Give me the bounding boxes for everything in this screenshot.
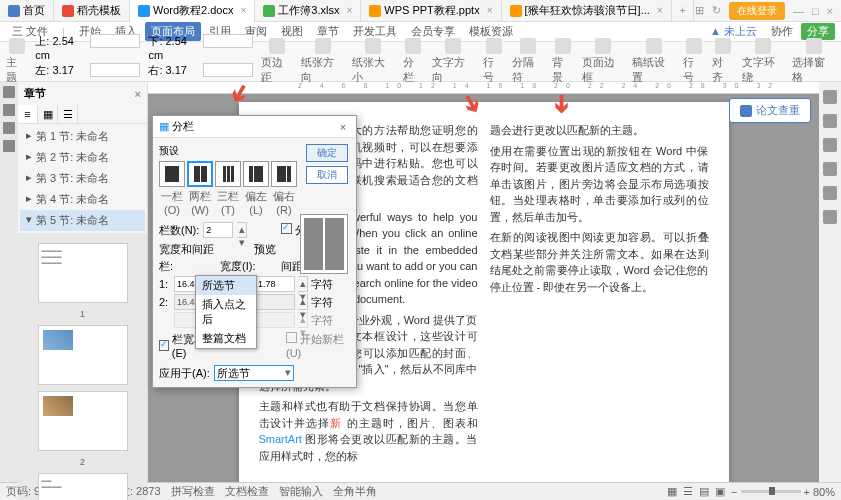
view-web-icon[interactable]: ▤	[699, 485, 709, 498]
view-print-icon[interactable]: ▦	[667, 485, 677, 498]
nav-item-selected[interactable]: ▾第 5 节: 未命名	[20, 210, 145, 231]
dropdown-item[interactable]: 整篇文档	[196, 329, 256, 348]
doc-tab-word[interactable]: Word教程2.docx×	[130, 0, 255, 22]
maximize-icon[interactable]: □	[812, 5, 819, 17]
search-icon[interactable]	[3, 140, 15, 152]
theme-icon[interactable]	[9, 38, 25, 54]
border-icon[interactable]	[595, 38, 611, 54]
page-thumb[interactable]: ▬▬▬▬▬▬	[38, 473, 128, 500]
startnew-checkbox	[286, 332, 297, 343]
margin-bottom-input[interactable]	[203, 34, 253, 48]
preview	[300, 214, 348, 274]
bookmark-icon[interactable]	[3, 122, 15, 134]
ppt-icon	[369, 5, 381, 17]
nav-item[interactable]: ▸第 1 节: 未命名	[20, 126, 145, 147]
preset-left[interactable]	[243, 161, 269, 187]
cancel-button[interactable]: 取消	[306, 166, 348, 184]
essay-check-button[interactable]: 论文查重	[729, 98, 811, 123]
apply-dropdown: 所选节 插入点之后 整篇文档	[195, 275, 257, 349]
align-icon[interactable]	[715, 38, 731, 54]
template-tab[interactable]: 稻壳模板	[54, 0, 130, 22]
fullwidth-status[interactable]: 全角半角	[333, 484, 377, 499]
grid-icon[interactable]: ⊞	[695, 4, 704, 17]
paper-icon[interactable]	[646, 38, 662, 54]
page-thumb[interactable]: ▬▬▬▬▬▬▬▬▬▬▬▬	[38, 243, 128, 303]
cols-spinner[interactable]: ▴▾	[237, 222, 247, 238]
cols-input[interactable]	[203, 222, 233, 238]
size-icon[interactable]	[365, 38, 381, 54]
nav-item[interactable]: ▸第 2 节: 未命名	[20, 147, 145, 168]
home-tab[interactable]: 首页	[0, 0, 54, 22]
preset-right[interactable]	[271, 161, 297, 187]
margin-right-input[interactable]	[203, 63, 253, 77]
select-icon[interactable]	[823, 138, 837, 152]
arrow-annotation: ➔	[548, 94, 576, 114]
spell-check[interactable]: 拼写检查	[171, 484, 215, 499]
preset-three[interactable]	[215, 161, 241, 187]
word-icon	[138, 5, 150, 17]
doc-icon[interactable]	[3, 104, 15, 116]
margins-icon[interactable]	[269, 38, 285, 54]
close-icon[interactable]: ×	[346, 5, 352, 16]
close-icon[interactable]: ×	[487, 5, 493, 16]
input-status[interactable]: 智能输入	[279, 484, 323, 499]
navpanel-close-icon[interactable]: ×	[135, 88, 141, 100]
dropdown-item[interactable]: 所选节	[196, 276, 256, 295]
dropdown-item[interactable]: 插入点之后	[196, 295, 256, 329]
nav-tab-thumb[interactable]: ▦	[38, 105, 58, 123]
textdir-icon[interactable]	[445, 38, 461, 54]
nav-item[interactable]: ▸第 4 节: 未命名	[20, 189, 145, 210]
new-tab[interactable]: +	[672, 0, 695, 22]
margin-left-input[interactable]	[90, 63, 140, 77]
nav-item[interactable]: ▸第 3 节: 未命名	[20, 168, 145, 189]
view-outline-icon[interactable]: ☰	[683, 485, 693, 498]
doc-tab-other[interactable]: [猴年狂欢惊涛骇浪节日]...×	[502, 0, 672, 22]
close-icon[interactable]: ×	[241, 5, 247, 16]
sync-icon[interactable]: ↻	[712, 4, 721, 17]
preset-one[interactable]	[159, 161, 185, 187]
zoom-in[interactable]: +	[804, 486, 810, 498]
arrow-icon[interactable]	[3, 86, 15, 98]
orientation-icon[interactable]	[315, 38, 331, 54]
window-close-icon[interactable]: ×	[827, 5, 833, 17]
ok-button[interactable]: 确定	[306, 144, 348, 162]
linenum-icon[interactable]	[486, 38, 502, 54]
preset-two[interactable]	[187, 161, 213, 187]
separator-checkbox[interactable]	[281, 223, 292, 234]
style-icon[interactable]	[823, 114, 837, 128]
template-icon	[62, 5, 74, 17]
dialog-close-icon[interactable]: ×	[336, 120, 350, 134]
page-thumb[interactable]	[38, 391, 128, 451]
format-icon[interactable]	[823, 90, 837, 104]
ppt-icon	[510, 5, 522, 17]
limit-icon[interactable]	[823, 162, 837, 176]
user-login[interactable]: 在线登录	[729, 2, 785, 20]
margin-top-input[interactable]	[90, 34, 140, 48]
zoom-out[interactable]: −	[731, 486, 737, 498]
select-icon[interactable]	[806, 38, 822, 54]
equal-width-checkbox[interactable]	[159, 340, 169, 351]
linenum2-icon[interactable]	[686, 38, 702, 54]
page-thumb[interactable]	[38, 325, 128, 385]
spacing1-input[interactable]	[255, 276, 295, 292]
doc-tab-xlsx[interactable]: 工作簿3.xlsx×	[255, 0, 361, 22]
minimize-icon[interactable]: —	[793, 5, 804, 17]
break-icon[interactable]	[520, 38, 536, 54]
view-read-icon[interactable]: ▣	[715, 485, 725, 498]
home-icon	[8, 5, 20, 17]
nav-tab-result[interactable]: ☰	[58, 105, 78, 123]
bg-icon[interactable]	[555, 38, 571, 54]
apply-select[interactable]: 所选节▾	[214, 365, 294, 381]
prop-icon[interactable]	[823, 186, 837, 200]
excel-icon	[263, 5, 275, 17]
doc-check-status[interactable]: 文档检查	[225, 484, 269, 499]
navpanel-title: 章节	[24, 86, 46, 101]
wrap-icon[interactable]	[755, 38, 771, 54]
columns-icon[interactable]	[405, 38, 421, 54]
zoom-percent[interactable]: 80%	[813, 486, 835, 498]
doc-tab-ppt[interactable]: WPS PPT教程.pptx×	[361, 0, 501, 22]
zoom-slider[interactable]	[741, 490, 801, 493]
close-icon[interactable]: ×	[657, 5, 663, 16]
backup-icon[interactable]	[823, 210, 837, 224]
nav-tab-outline[interactable]: ≡	[18, 105, 38, 123]
